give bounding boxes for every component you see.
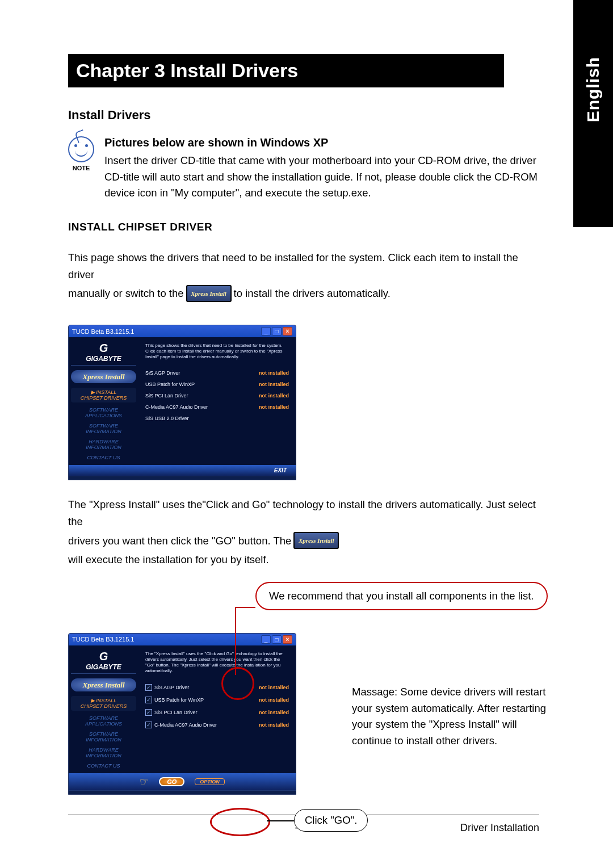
sub-heading-install-chipset: INSTALL CHIPSET DRIVER xyxy=(68,221,539,233)
para-1b: manually or switch to the Xpress Install… xyxy=(68,285,539,302)
driver-name: SiS PCI Lan Driver xyxy=(145,393,188,399)
driver-status: not installed xyxy=(259,685,289,690)
driver-status: not installed xyxy=(259,722,289,728)
message-text: Massage: Some device drivers will restar… xyxy=(352,684,556,749)
driver-name: C-Media AC97 Audio Driver xyxy=(145,404,208,410)
driver-row[interactable]: SiS AGP Drivernot installed xyxy=(145,370,289,376)
driver-row[interactable]: SiS PCI Lan Drivernot installed xyxy=(145,709,289,716)
option-button[interactable]: OPTION xyxy=(195,778,225,785)
installer1-title: TUCD Beta B3.1215.1 xyxy=(72,328,134,335)
language-tab-label: English xyxy=(583,57,603,122)
xpress-install-button[interactable]: Xpress Install xyxy=(71,370,136,383)
para-1b-post: to install the drivers automatically. xyxy=(234,285,391,302)
content-region: Chapter 3 Install Drivers Install Driver… xyxy=(68,54,539,834)
driver-status: not installed xyxy=(259,393,289,399)
installer1-driver-list: SiS AGP Drivernot installedUSB Patch for… xyxy=(145,370,289,421)
xpress-install-button[interactable]: Xpress Install xyxy=(71,678,136,691)
installer2-driver-list: SiS AGP Drivernot installedUSB Patch for… xyxy=(145,684,289,728)
close-icon[interactable]: × xyxy=(283,635,292,644)
para-2b: drivers you want then click the "GO" but… xyxy=(68,532,539,568)
driver-status: not installed xyxy=(259,381,289,387)
exit-button[interactable]: EXIT xyxy=(270,467,291,474)
sidebar-item-software-info[interactable]: SOFTWAREINFORMATION xyxy=(71,423,136,434)
minimize-icon[interactable]: _ xyxy=(261,635,271,644)
installer1-sidebar: GGIGABYTE Xpress Install ▶ INSTALLCHIPSE… xyxy=(69,337,138,465)
driver-name: C-Media AC97 Audio Driver xyxy=(154,722,217,728)
driver-row[interactable]: C-Media AC97 Audio Drivernot installed xyxy=(145,404,289,410)
checkbox-icon[interactable] xyxy=(145,709,152,716)
maximize-icon[interactable]: □ xyxy=(272,327,282,336)
checkbox-icon[interactable] xyxy=(145,697,152,703)
chapter-title: Chapter 3 Install Drivers xyxy=(68,54,504,87)
callout-recommend-text: We recommend that you install all compon… xyxy=(255,582,548,610)
xpress-install-badge-2: Xpress Install xyxy=(293,532,339,549)
driver-row[interactable]: USB Patch for WinXPnot installed xyxy=(145,697,289,703)
driver-status: not installed xyxy=(259,710,289,715)
page: English Chapter 3 Install Drivers Instal… xyxy=(0,0,613,868)
sidebar-item-chipset[interactable]: ▶ INSTALLCHIPSET DRIVERS xyxy=(71,388,136,402)
note-face-icon xyxy=(68,136,94,162)
installer-screenshot-2: TUCD Beta B3.1215.1 _ □ × GGIGABYTE Xpre… xyxy=(68,633,296,795)
go-button[interactable]: GO xyxy=(159,777,184,786)
sidebar-item-chipset[interactable]: ▶ INSTALLCHIPSET DRIVERS xyxy=(71,696,136,711)
section-title: Install Drivers xyxy=(68,108,539,123)
installer2-title: TUCD Beta B3.1215.1 xyxy=(72,636,134,643)
sidebar-item-software-info[interactable]: SOFTWAREINFORMATION xyxy=(71,731,136,743)
installer2-go-row: ☞ GO OPTION xyxy=(69,773,296,790)
driver-name: USB Patch for WinXP xyxy=(145,381,195,387)
pointer-icon: ☞ xyxy=(140,775,149,788)
driver-row[interactable]: SiS USB 2.0 Driver xyxy=(145,416,289,421)
installer2-titlebar: TUCD Beta B3.1215.1 _ □ × xyxy=(69,634,296,645)
circle-annotation-checkboxes xyxy=(221,667,254,700)
note-block: NOTE Pictures below are shown in Windows… xyxy=(68,136,539,202)
sidebar-item-hardware-info[interactable]: HARDWAREINFORMATION xyxy=(71,747,136,758)
note-icon: NOTE xyxy=(68,136,94,171)
installer1-description: This page shows the drivers that need to… xyxy=(145,343,289,360)
installer-screenshot-1: TUCD Beta B3.1215.1 _ □ × GGIGABYTE Xpre… xyxy=(68,325,539,480)
driver-row[interactable]: SiS AGP Drivernot installed xyxy=(145,684,289,691)
sidebar-item-software-apps[interactable]: SOFTWAREAPPLICATIONS xyxy=(71,715,136,727)
installer2-sidebar: GGIGABYTE Xpress Install ▶ INSTALLCHIPSE… xyxy=(69,645,138,773)
gigabyte-logo: GGIGABYTE xyxy=(71,650,136,674)
driver-status: not installed xyxy=(259,404,289,410)
callout-go: Click "GO". xyxy=(294,809,368,832)
callout-go-leader xyxy=(267,820,294,821)
note-text: Insert the driver CD-title that came wit… xyxy=(104,153,539,202)
footer-doc-title: Driver Installation xyxy=(460,822,539,834)
driver-status: not installed xyxy=(259,697,289,703)
callout-go-text: Click "GO". xyxy=(294,809,368,832)
sidebar-item-contact[interactable]: CONTACT US xyxy=(71,763,136,769)
driver-name: SiS PCI Lan Driver xyxy=(154,710,198,715)
driver-row[interactable]: USB Patch for WinXPnot installed xyxy=(145,381,289,387)
callout-recommend: We recommend that you install all compon… xyxy=(255,582,548,610)
para-1b-pre: manually or switch to the xyxy=(68,285,184,302)
maximize-icon[interactable]: □ xyxy=(272,635,282,644)
installer1-bottombar: EXIT xyxy=(69,465,296,476)
driver-name: SiS AGP Driver xyxy=(154,685,189,690)
driver-row[interactable]: SiS PCI Lan Drivernot installed xyxy=(145,393,289,399)
para-2b-post: will execute the installation for you by… xyxy=(68,551,269,568)
callout-leader-line xyxy=(235,607,236,675)
checkbox-icon[interactable] xyxy=(145,684,152,691)
para-2b-pre: drivers you want then click the "GO" but… xyxy=(68,532,291,550)
installer2-description: The "Xpress Install" uses the "Click and… xyxy=(145,651,289,674)
sidebar-item-software-apps[interactable]: SOFTWAREAPPLICATIONS xyxy=(71,407,136,418)
note-label: NOTE xyxy=(73,165,90,171)
installer1-titlebar: TUCD Beta B3.1215.1 _ □ × xyxy=(69,325,296,337)
circle-annotation-go xyxy=(210,808,270,836)
minimize-icon[interactable]: _ xyxy=(261,327,271,336)
note-heading: Pictures below are shown in Windows XP xyxy=(104,136,539,149)
close-icon[interactable]: × xyxy=(283,327,292,336)
driver-name: USB Patch for WinXP xyxy=(154,697,204,703)
gigabyte-logo: GGIGABYTE xyxy=(71,342,136,366)
note-body: Pictures below are shown in Windows XP I… xyxy=(104,136,539,202)
sidebar-item-hardware-info[interactable]: HARDWAREINFORMATION xyxy=(71,439,136,450)
driver-name: SiS AGP Driver xyxy=(145,370,180,376)
driver-row[interactable]: C-Media AC97 Audio Drivernot installed xyxy=(145,722,289,728)
para-1a: This page shows the drivers that need to… xyxy=(68,249,539,283)
sidebar-item-contact[interactable]: CONTACT US xyxy=(71,455,136,460)
para-2a: The "Xpress Install" uses the"Click and … xyxy=(68,496,539,530)
driver-status: not installed xyxy=(259,370,289,376)
xpress-install-badge: Xpress Install xyxy=(186,285,232,302)
checkbox-icon[interactable] xyxy=(145,722,152,728)
